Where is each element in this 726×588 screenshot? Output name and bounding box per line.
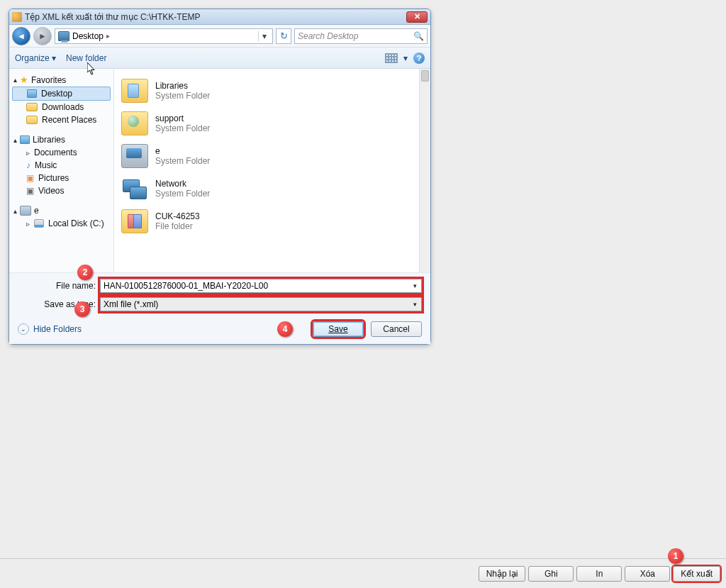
group-computer[interactable]: ▴ e: [12, 204, 111, 217]
sidebar-item-videos[interactable]: ▣ Videos: [12, 184, 111, 197]
folder-icon: [26, 103, 38, 111]
refresh-button[interactable]: ↻: [276, 28, 291, 44]
chevron-down-icon[interactable]: ▾: [410, 281, 420, 291]
folder-icon: [121, 79, 148, 103]
desktop-icon: [27, 89, 37, 98]
cancel-button[interactable]: Cancel: [371, 321, 422, 337]
sidebar-item-music[interactable]: ♪ Music: [12, 159, 111, 172]
file-sub: System Folder: [155, 123, 210, 133]
file-sub: System Folder: [155, 156, 210, 166]
toolbar: Organize ▾ New folder ▾ ?: [9, 48, 430, 69]
footer-btn-xoa[interactable]: Xóa: [625, 566, 670, 582]
group-libraries[interactable]: ▴ Libraries: [12, 133, 111, 146]
annotation-badge-2: 2: [77, 265, 93, 280]
search-placeholder: Search Desktop: [298, 31, 358, 41]
sidebar-item-localdisk[interactable]: ▹ Local Disk (C:): [12, 217, 111, 230]
file-item[interactable]: support System Folder: [121, 107, 423, 140]
file-item[interactable]: CUK-46253 File folder: [121, 205, 423, 238]
folder-icon: [26, 116, 38, 124]
chevron-right-icon: ▹: [26, 149, 30, 157]
navigation-pane: ▴ ★ Favorites Desktop Downloads Recent P…: [9, 69, 114, 272]
help-icon[interactable]: ?: [413, 52, 425, 64]
pictures-icon: ▣: [26, 173, 34, 183]
type-value: Xml file (*.xml): [104, 299, 158, 309]
save-dialog: Tệp XML kết xuất tới thư mục C:\HTKK-TEM…: [9, 9, 431, 345]
back-button[interactable]: ◄: [12, 27, 30, 45]
new-folder-button[interactable]: New folder: [66, 53, 106, 63]
address-bar[interactable]: Desktop ▸ ▾: [55, 28, 273, 44]
organize-menu[interactable]: Organize ▾: [15, 53, 56, 63]
folder-icon: [121, 144, 148, 168]
sidebar-item-downloads[interactable]: Downloads: [12, 101, 111, 113]
file-item[interactable]: Libraries System Folder: [121, 74, 423, 107]
computer-icon: [20, 206, 31, 216]
savetype-select[interactable]: Xml file (*.xml) ▾: [100, 297, 422, 311]
file-sub: System Folder: [155, 91, 210, 101]
footer-btn-in[interactable]: In: [576, 566, 622, 582]
filename-value: HAN-0100512876000-01_MBAI-Y2020-L00: [104, 281, 268, 291]
annotation-badge-1: 1: [668, 548, 683, 564]
chevron-down-icon[interactable]: ▾: [410, 299, 420, 309]
file-list[interactable]: Libraries System Folder support System F…: [114, 69, 430, 272]
music-icon: ♪: [26, 160, 30, 170]
file-name: e: [155, 146, 210, 156]
address-dropdown[interactable]: ▾: [258, 31, 269, 41]
disclosure-triangle-icon: ▴: [13, 136, 17, 144]
titlebar[interactable]: Tệp XML kết xuất tới thư mục C:\HTKK-TEM…: [9, 9, 430, 25]
forward-button[interactable]: ►: [33, 27, 52, 45]
dialog-bottom: File name: HAN-0100512876000-01_MBAI-Y20…: [9, 272, 430, 344]
sidebar-item-recent[interactable]: Recent Places: [12, 113, 111, 126]
folder-icon: [121, 177, 148, 201]
disclosure-triangle-icon: ▴: [13, 207, 17, 215]
disk-icon: [34, 219, 44, 228]
footer-btn-nhaplai[interactable]: Nhập lại: [479, 566, 526, 582]
window-title: Tệp XML kết xuất tới thư mục C:\HTKK-TEM…: [25, 12, 201, 22]
annotation-badge-4: 4: [277, 321, 293, 337]
app-icon: [12, 12, 22, 22]
file-sub: File folder: [155, 221, 200, 231]
folder-icon: [121, 111, 148, 135]
search-input[interactable]: Search Desktop 🔍: [294, 28, 428, 44]
search-icon: 🔍: [413, 31, 424, 41]
star-icon: ★: [20, 74, 28, 85]
scrollbar[interactable]: [419, 69, 430, 272]
file-sub: System Folder: [155, 189, 210, 199]
sidebar-item-pictures[interactable]: ▣ Pictures: [12, 172, 111, 184]
app-footer: Nhập lại Ghi In Xóa Kết xuất: [0, 558, 726, 588]
videos-icon: ▣: [26, 186, 34, 196]
sidebar-item-desktop[interactable]: Desktop: [12, 87, 111, 101]
hide-folders-toggle[interactable]: ⌄ Hide Folders: [18, 323, 82, 335]
nav-row: ◄ ► Desktop ▸ ▾ ↻ Search Desktop 🔍: [9, 25, 430, 48]
file-name: CUK-46253: [155, 211, 200, 221]
disclosure-triangle-icon: ▴: [13, 76, 17, 84]
group-favorites[interactable]: ▴ ★ Favorites: [12, 73, 111, 87]
libraries-icon: [20, 135, 30, 144]
close-button[interactable]: ✕: [406, 11, 428, 23]
file-item[interactable]: e System Folder: [121, 140, 423, 172]
chevron-down-icon: ⌄: [18, 323, 29, 335]
file-name: Network: [155, 179, 210, 189]
save-button[interactable]: Save: [313, 321, 364, 337]
chevron-right-icon: ▹: [26, 220, 30, 228]
filename-input[interactable]: HAN-0100512876000-01_MBAI-Y2020-L00 ▾: [100, 279, 422, 293]
chevron-right-icon: ▸: [106, 32, 110, 40]
filename-label: File name:: [18, 281, 96, 291]
file-name: support: [155, 113, 210, 123]
footer-btn-ghi[interactable]: Ghi: [528, 566, 574, 582]
annotation-badge-3: 3: [74, 301, 90, 317]
desktop-icon: [58, 31, 69, 41]
view-dropdown[interactable]: ▾: [403, 53, 408, 63]
address-segment: Desktop: [72, 31, 104, 41]
folder-icon: [121, 209, 148, 233]
file-name: Libraries: [155, 81, 210, 91]
file-item[interactable]: Network System Folder: [121, 172, 423, 205]
sidebar-item-documents[interactable]: ▹ Documents: [12, 146, 111, 159]
footer-btn-ketxuat[interactable]: Kết xuất: [673, 566, 720, 582]
view-icon[interactable]: [385, 53, 398, 63]
